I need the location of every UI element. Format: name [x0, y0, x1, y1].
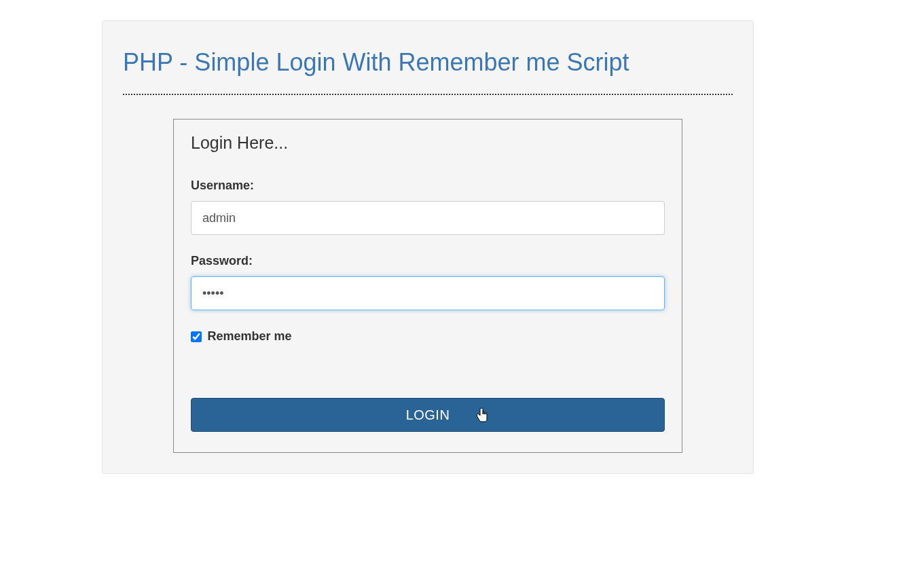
remember-group: Remember me [191, 329, 665, 344]
login-button-label: LOGIN [406, 407, 450, 422]
cursor-pointer-icon [475, 407, 489, 423]
page-title: PHP - Simple Login With Remember me Scri… [123, 48, 733, 77]
login-box: Login Here... Username: Password: Rememb… [173, 119, 682, 453]
username-input[interactable] [191, 201, 665, 235]
divider [123, 94, 733, 95]
remember-label: Remember me [207, 329, 291, 343]
remember-checkbox[interactable] [191, 331, 202, 342]
username-group: Username: [191, 179, 665, 235]
login-button[interactable]: LOGIN [191, 398, 665, 432]
password-label: Password: [191, 254, 665, 268]
password-input[interactable] [191, 276, 665, 310]
main-panel: PHP - Simple Login With Remember me Scri… [102, 20, 754, 474]
password-group: Password: [191, 254, 665, 310]
login-heading: Login Here... [191, 133, 665, 153]
username-label: Username: [191, 179, 665, 193]
